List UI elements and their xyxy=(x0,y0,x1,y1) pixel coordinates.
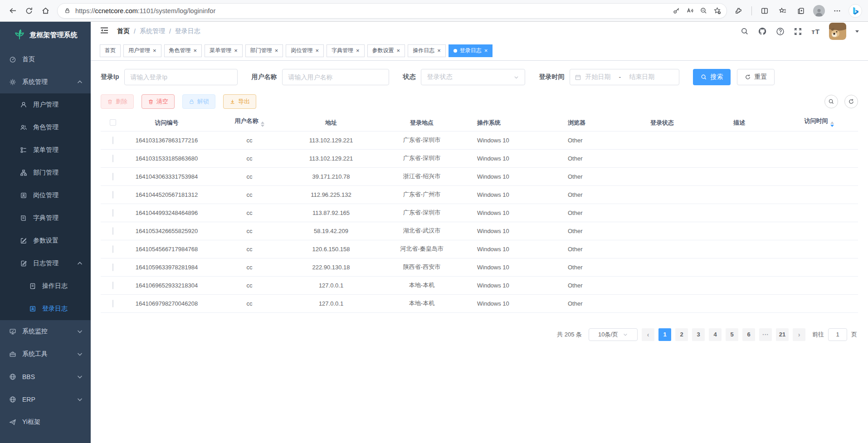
sidebar-item-param-settings[interactable]: 参数设置 xyxy=(0,229,91,252)
sidebar-collapse-button[interactable] xyxy=(100,26,109,37)
sidebar-item-login-log[interactable]: 登录日志 xyxy=(0,297,91,320)
row-checkbox[interactable] xyxy=(112,227,113,235)
app-logo[interactable]: 意框架管理系统 xyxy=(0,22,91,48)
sidebar-item-home[interactable]: 首页 xyxy=(0,48,91,71)
profile-avatar-icon[interactable] xyxy=(811,3,827,19)
favorites-hub-icon[interactable] xyxy=(775,3,791,19)
tab-dept-mgmt[interactable]: 部门管理× xyxy=(245,44,283,57)
more-pages-button[interactable]: ··· xyxy=(759,328,772,341)
page-button-4[interactable]: 4 xyxy=(709,328,722,341)
zoom-out-icon[interactable] xyxy=(697,4,710,18)
browser-menu-icon[interactable] xyxy=(829,3,845,19)
page-button-3[interactable]: 3 xyxy=(692,328,705,341)
end-date-placeholder[interactable]: 结束日期 xyxy=(629,73,654,81)
close-icon[interactable]: × xyxy=(437,48,441,54)
row-checkbox[interactable] xyxy=(112,136,113,144)
help-icon[interactable] xyxy=(776,27,785,36)
table-refresh-button[interactable] xyxy=(844,95,858,108)
font-size-icon[interactable]: тT xyxy=(811,28,820,35)
start-date-placeholder[interactable]: 开始日期 xyxy=(585,73,610,81)
sidebar-item-system-mgmt[interactable]: 系统管理 xyxy=(0,71,91,93)
export-button[interactable]: 导出 xyxy=(223,94,256,109)
github-icon[interactable] xyxy=(758,27,767,36)
close-icon[interactable]: × xyxy=(356,48,360,54)
sort-caret-icon[interactable] xyxy=(261,120,264,129)
user-avatar[interactable] xyxy=(829,23,846,40)
extensions-icon[interactable] xyxy=(731,3,747,19)
sidebar-item-system-tools[interactable]: 系统工具 xyxy=(0,343,91,365)
sidebar-item-user-mgmt[interactable]: 用户管理 xyxy=(0,93,91,116)
status-select[interactable]: 登录状态 xyxy=(421,69,525,85)
tab-operation-log[interactable]: 操作日志× xyxy=(408,44,446,57)
browser-refresh-button[interactable] xyxy=(21,3,37,19)
close-icon[interactable]: × xyxy=(153,48,156,54)
tab-post-mgmt[interactable]: 岗位管理× xyxy=(286,44,324,57)
row-checkbox[interactable] xyxy=(112,282,113,289)
goto-page-input[interactable] xyxy=(828,328,847,341)
select-all-checkbox[interactable] xyxy=(110,119,116,126)
bing-chat-icon[interactable] xyxy=(847,3,863,19)
sidebar-item-dict-mgmt[interactable]: 字典管理 xyxy=(0,207,91,229)
tab-role-mgmt[interactable]: 角色管理× xyxy=(164,44,202,57)
tab-home[interactable]: 首页 xyxy=(100,44,121,57)
sidebar-item-system-monitor[interactable]: 系统监控 xyxy=(0,320,91,343)
close-icon[interactable]: × xyxy=(315,48,319,54)
reset-button[interactable]: 重置 xyxy=(737,69,775,85)
row-checkbox[interactable] xyxy=(112,209,113,217)
sidebar-item-role-mgmt[interactable]: 角色管理 xyxy=(0,116,91,139)
row-checkbox[interactable] xyxy=(112,263,113,271)
date-range-picker[interactable]: 开始日期 - 结束日期 xyxy=(570,69,679,85)
page-button-1[interactable]: 1 xyxy=(658,328,671,341)
avatar-caret-icon[interactable] xyxy=(855,30,859,34)
sidebar-item-operation-log[interactable]: 操作日志 xyxy=(0,275,91,297)
sidebar-item-menu-mgmt[interactable]: 菜单管理 xyxy=(0,139,91,161)
row-checkbox[interactable] xyxy=(112,245,113,253)
sidebar-item-dept-mgmt[interactable]: 部门管理 xyxy=(0,161,91,184)
table-search-toggle-button[interactable] xyxy=(824,95,838,108)
login-ip-input[interactable] xyxy=(124,69,238,85)
close-icon[interactable]: × xyxy=(234,48,238,54)
close-icon[interactable]: × xyxy=(194,48,197,54)
url-text[interactable]: https://ccnetcore.com:1101/system/log/lo… xyxy=(75,7,669,15)
page-size-select[interactable]: 10条/页 xyxy=(589,328,638,341)
browser-home-button[interactable] xyxy=(37,3,54,19)
row-checkbox[interactable] xyxy=(112,155,113,162)
sidebar-item-log-mgmt[interactable]: 日志管理 xyxy=(0,252,91,275)
read-aloud-icon[interactable] xyxy=(683,4,697,18)
password-key-icon[interactable] xyxy=(669,4,683,18)
breadcrumb-item[interactable]: 首页 xyxy=(117,27,130,35)
collections-icon[interactable] xyxy=(793,3,809,19)
page-button-5[interactable]: 5 xyxy=(726,328,738,341)
sidebar-item-bbs[interactable]: BBS xyxy=(0,365,91,388)
close-icon[interactable]: × xyxy=(484,48,488,54)
row-checkbox[interactable] xyxy=(112,300,113,307)
clear-button[interactable]: 清空 xyxy=(141,94,175,109)
close-icon[interactable]: × xyxy=(275,48,278,54)
delete-button[interactable]: 删除 xyxy=(101,94,134,109)
browser-back-button[interactable] xyxy=(5,3,21,19)
page-button-6[interactable]: 6 xyxy=(742,328,755,341)
tab-param-settings[interactable]: 参数设置× xyxy=(367,44,405,57)
tab-menu-mgmt[interactable]: 菜单管理× xyxy=(205,44,243,57)
sidebar-item-yi-framework[interactable]: Yi框架 xyxy=(0,411,91,433)
tab-dict-mgmt[interactable]: 字典管理× xyxy=(327,44,365,57)
column-header[interactable]: 访问时间 xyxy=(780,115,858,131)
header-search-icon[interactable] xyxy=(741,27,749,35)
row-checkbox[interactable] xyxy=(112,191,113,199)
tab-login-log[interactable]: 登录日志× xyxy=(449,44,493,57)
page-button-21[interactable]: 21 xyxy=(776,328,789,341)
prev-page-button[interactable]: ‹ xyxy=(642,328,654,341)
page-button-2[interactable]: 2 xyxy=(675,328,688,341)
fullscreen-icon[interactable] xyxy=(794,27,802,36)
search-button[interactable]: 搜索 xyxy=(693,69,731,85)
sidebar-item-post-mgmt[interactable]: 岗位管理 xyxy=(0,184,91,207)
unlock-button[interactable]: 解锁 xyxy=(182,94,215,109)
split-screen-icon[interactable] xyxy=(756,3,773,19)
next-page-button[interactable]: › xyxy=(793,328,805,341)
sort-caret-icon[interactable] xyxy=(830,120,834,129)
column-header[interactable]: 用户名称 xyxy=(209,115,290,131)
close-icon[interactable]: × xyxy=(397,48,400,54)
row-checkbox[interactable] xyxy=(112,173,113,180)
favorite-star-icon[interactable] xyxy=(710,4,724,18)
user-name-input[interactable] xyxy=(282,69,389,85)
